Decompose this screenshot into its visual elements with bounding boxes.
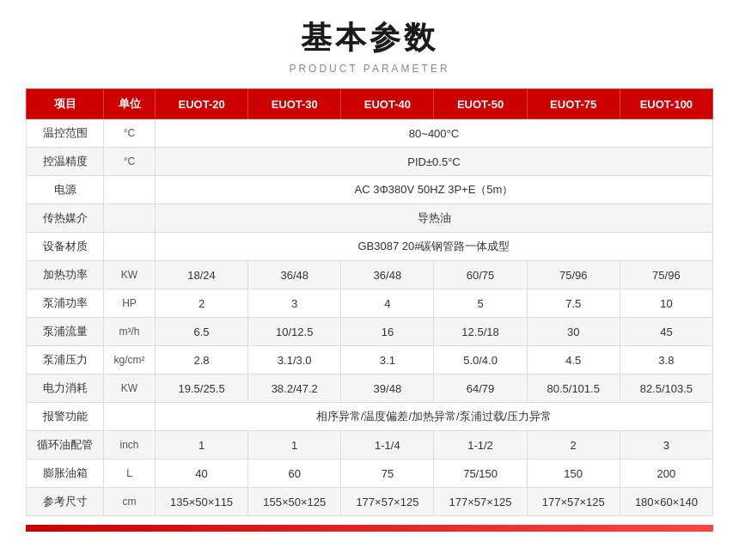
row-cell-7-5: 45	[620, 318, 712, 346]
col-header-1: 单位	[104, 89, 156, 119]
row-span-value-1: PID±0.5°C	[156, 148, 713, 176]
table-row: 温控范围°C80~400°C	[27, 119, 713, 148]
row-cell-5-1: 36/48	[248, 261, 341, 289]
row-unit-8: kg/cm²	[104, 346, 156, 374]
row-label-5: 加热功率	[27, 261, 104, 289]
table-row: 电源AC 3Φ380V 50HZ 3P+E（5m）	[27, 176, 713, 204]
row-cell-13-2: 177×57×125	[341, 488, 434, 516]
row-cell-5-0: 18/24	[156, 261, 248, 289]
table-row: 控温精度°CPID±0.5°C	[27, 148, 713, 176]
row-cell-5-2: 36/48	[341, 261, 434, 289]
row-unit-4	[104, 233, 156, 261]
row-cell-8-1: 3.1/3.0	[248, 346, 341, 374]
row-cell-6-2: 4	[341, 289, 434, 318]
row-cell-12-5: 200	[620, 460, 712, 488]
row-cell-11-2: 1-1/4	[341, 431, 434, 460]
row-cell-8-2: 3.1	[341, 346, 434, 374]
row-cell-13-1: 155×50×125	[248, 488, 341, 516]
col-header-4: EUOT-40	[341, 89, 434, 119]
row-label-6: 泵浦功率	[27, 289, 104, 318]
row-label-8: 泵浦压力	[27, 346, 104, 374]
row-cell-6-5: 10	[620, 289, 712, 318]
row-unit-10	[104, 403, 156, 431]
row-label-12: 膨胀油箱	[27, 460, 104, 488]
parameter-table: 项目单位EUOT-20EUOT-30EUOT-40EUOT-50EUOT-75E…	[26, 88, 713, 516]
row-span-value-3: 导热油	[156, 204, 713, 233]
row-span-value-10: 相序异常/温度偏差/加热异常/泵浦过载/压力异常	[156, 403, 713, 431]
row-cell-13-3: 177×57×125	[434, 488, 527, 516]
row-cell-6-4: 7.5	[527, 289, 620, 318]
row-cell-11-0: 1	[156, 431, 248, 460]
row-cell-7-3: 12.5/18	[434, 318, 527, 346]
row-cell-9-0: 19.5/25.5	[156, 374, 248, 403]
row-cell-12-3: 75/150	[434, 460, 527, 488]
row-unit-1: °C	[104, 148, 156, 176]
row-cell-9-4: 80.5/101.5	[527, 374, 620, 403]
row-span-value-0: 80~400°C	[156, 119, 713, 148]
row-cell-5-4: 75/96	[527, 261, 620, 289]
row-cell-9-5: 82.5/103.5	[620, 374, 712, 403]
table-row: 加热功率KW18/2436/4836/4860/7575/9675/96	[27, 261, 713, 289]
table-row: 膨胀油箱L40607575/150150200	[27, 460, 713, 488]
row-label-3: 传热媒介	[27, 204, 104, 233]
col-header-3: EUOT-30	[248, 89, 341, 119]
row-cell-8-3: 5.0/4.0	[434, 346, 527, 374]
row-cell-13-0: 135×50×115	[156, 488, 248, 516]
col-header-7: EUOT-100	[620, 89, 712, 119]
col-header-5: EUOT-50	[434, 89, 527, 119]
row-label-4: 设备材质	[27, 233, 104, 261]
row-cell-11-3: 1-1/2	[434, 431, 527, 460]
row-cell-7-0: 6.5	[156, 318, 248, 346]
table-row: 设备材质GB3087 20#碳钢管路一体成型	[27, 233, 713, 261]
row-unit-0: °C	[104, 119, 156, 148]
row-cell-12-2: 75	[341, 460, 434, 488]
row-unit-5: KW	[104, 261, 156, 289]
row-cell-12-4: 150	[527, 460, 620, 488]
table-row: 泵浦流量m³/h6.510/12.51612.5/183045	[27, 318, 713, 346]
table-row: 传热媒介导热油	[27, 204, 713, 233]
row-cell-11-1: 1	[248, 431, 341, 460]
row-cell-11-4: 2	[527, 431, 620, 460]
row-cell-6-1: 3	[248, 289, 341, 318]
row-cell-9-1: 38.2/47.2	[248, 374, 341, 403]
row-label-9: 电力消耗	[27, 374, 104, 403]
row-cell-6-3: 5	[434, 289, 527, 318]
row-cell-7-4: 30	[527, 318, 620, 346]
row-unit-12: L	[104, 460, 156, 488]
page-sub-title: PRODUCT PARAMETER	[26, 63, 713, 75]
row-label-7: 泵浦流量	[27, 318, 104, 346]
row-cell-13-4: 177×57×125	[527, 488, 620, 516]
row-unit-2	[104, 176, 156, 204]
page-main-title: 基本参数	[26, 17, 713, 59]
row-label-13: 参考尺寸	[27, 488, 104, 516]
row-cell-5-3: 60/75	[434, 261, 527, 289]
col-header-0: 项目	[27, 89, 104, 119]
row-label-1: 控温精度	[27, 148, 104, 176]
row-label-10: 报警功能	[27, 403, 104, 431]
row-cell-5-5: 75/96	[620, 261, 712, 289]
table-row: 报警功能相序异常/温度偏差/加热异常/泵浦过载/压力异常	[27, 403, 713, 431]
row-unit-6: HP	[104, 289, 156, 318]
row-cell-7-1: 10/12.5	[248, 318, 341, 346]
row-unit-7: m³/h	[104, 318, 156, 346]
row-unit-3	[104, 204, 156, 233]
row-cell-8-0: 2.8	[156, 346, 248, 374]
row-cell-13-5: 180×60×140	[620, 488, 712, 516]
row-unit-9: KW	[104, 374, 156, 403]
row-span-value-2: AC 3Φ380V 50HZ 3P+E（5m）	[156, 176, 713, 204]
row-cell-8-4: 4.5	[527, 346, 620, 374]
row-cell-12-0: 40	[156, 460, 248, 488]
row-cell-12-1: 60	[248, 460, 341, 488]
table-row: 泵浦功率HP23457.510	[27, 289, 713, 318]
row-cell-6-0: 2	[156, 289, 248, 318]
row-span-value-4: GB3087 20#碳钢管路一体成型	[156, 233, 713, 261]
table-row: 循环油配管inch111-1/41-1/223	[27, 431, 713, 460]
table-row: 电力消耗KW19.5/25.538.2/47.239/4864/7980.5/1…	[27, 374, 713, 403]
col-header-6: EUOT-75	[527, 89, 620, 119]
row-unit-13: cm	[104, 488, 156, 516]
row-unit-11: inch	[104, 431, 156, 460]
row-label-11: 循环油配管	[27, 431, 104, 460]
row-cell-7-2: 16	[341, 318, 434, 346]
col-header-2: EUOT-20	[156, 89, 248, 119]
row-label-0: 温控范围	[27, 119, 104, 148]
